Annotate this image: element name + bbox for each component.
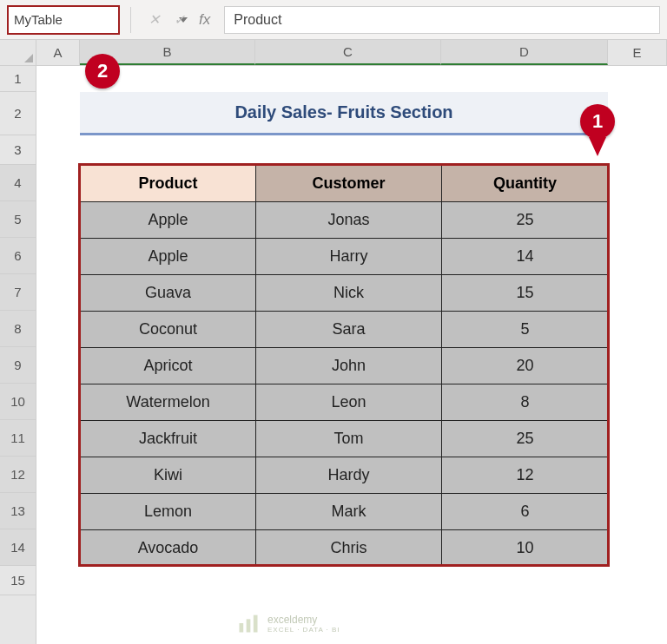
data-table: Product Customer Quantity AppleJonas25Ap… [80, 165, 609, 567]
row-header-9[interactable]: 9 [0, 347, 36, 384]
cell-quantity[interactable]: 5 [442, 312, 609, 348]
table-row: AvocadoChris10 [81, 530, 609, 567]
cell-customer[interactable]: Sara [256, 312, 442, 348]
cell-customer[interactable]: Chris [256, 530, 442, 567]
title-cell[interactable]: Daily Sales- Fruits Section [80, 92, 608, 135]
cell-quantity[interactable]: 25 [442, 421, 609, 457]
row-header-11[interactable]: 11 [0, 420, 36, 457]
header-quantity[interactable]: Quantity [442, 166, 609, 202]
cell-customer[interactable]: Harry [256, 239, 442, 275]
cell-product[interactable]: Apricot [81, 348, 256, 384]
table-header-row: Product Customer Quantity [81, 166, 609, 202]
table-row: KiwiHardy12 [81, 457, 609, 494]
row-header-2[interactable]: 2 [0, 92, 36, 135]
name-box[interactable] [7, 5, 120, 35]
watermark-brand: exceldemy [267, 614, 340, 626]
table-row: AppleHarry14 [81, 239, 609, 275]
cell-quantity[interactable]: 12 [442, 457, 609, 494]
row-header-14[interactable]: 14 [0, 529, 36, 566]
header-customer[interactable]: Customer [256, 166, 442, 202]
spreadsheet-grid: A B C D E 1 2 3 4 5 6 7 8 9 10 11 12 13 … [0, 40, 667, 644]
cell-customer[interactable]: Tom [256, 421, 442, 457]
table-row: CoconutSara5 [81, 312, 609, 348]
row-header-5[interactable]: 5 [0, 201, 36, 238]
formula-input[interactable] [224, 6, 660, 34]
row-header-6[interactable]: 6 [0, 238, 36, 274]
cell-product[interactable]: Avocado [81, 530, 256, 567]
row-header-8[interactable]: 8 [0, 311, 36, 347]
cell-customer[interactable]: Mark [256, 494, 442, 530]
col-header-A[interactable]: A [36, 40, 80, 65]
col-header-E[interactable]: E [608, 40, 667, 65]
fx-icon[interactable]: fx [192, 11, 217, 29]
row-header-12[interactable]: 12 [0, 457, 36, 493]
cell-product[interactable]: Apple [81, 239, 256, 275]
cancel-icon[interactable]: ✕ [142, 11, 167, 28]
cell-quantity[interactable]: 10 [442, 530, 609, 567]
col-header-D[interactable]: D [441, 40, 608, 65]
row-headers: 1 2 3 4 5 6 7 8 9 10 11 12 13 14 15 [0, 66, 36, 644]
cell-product[interactable]: Guava [81, 275, 256, 312]
col-header-C[interactable]: C [255, 40, 441, 65]
select-all-corner[interactable] [0, 40, 36, 65]
cell-customer[interactable]: Nick [256, 275, 442, 312]
enter-icon[interactable]: ✓ [167, 11, 192, 28]
cell-product[interactable]: Jackfruit [81, 421, 256, 457]
cell-customer[interactable]: Hardy [256, 457, 442, 494]
table-row: JackfruitTom25 [81, 421, 609, 457]
cell-quantity[interactable]: 6 [442, 494, 609, 530]
separator [130, 7, 131, 33]
table-row: WatermelonLeon8 [81, 384, 609, 421]
callout-1: 1 [580, 104, 615, 139]
watermark: exceldemy EXCEL · DATA · BI [236, 611, 340, 635]
cell-customer[interactable]: Leon [256, 384, 442, 421]
row-header-1[interactable]: 1 [0, 66, 36, 92]
svg-rect-0 [240, 623, 244, 633]
table-row: LemonMark6 [81, 494, 609, 530]
cell-quantity[interactable]: 8 [442, 384, 609, 421]
callout-2: 2 [85, 54, 120, 89]
row-header-4[interactable]: 4 [0, 165, 36, 201]
logo-icon [236, 611, 261, 635]
row-header-10[interactable]: 10 [0, 384, 36, 420]
table-row: ApricotJohn20 [81, 348, 609, 384]
cell-quantity[interactable]: 14 [442, 239, 609, 275]
cell-customer[interactable]: Jonas [256, 202, 442, 239]
row-header-13[interactable]: 13 [0, 493, 36, 529]
cell-quantity[interactable]: 25 [442, 202, 609, 239]
cell-quantity[interactable]: 15 [442, 275, 609, 312]
formula-bar: ✕ ✓ fx [0, 0, 667, 40]
row-header-15[interactable]: 15 [0, 566, 36, 595]
header-product[interactable]: Product [81, 166, 256, 202]
table-row: GuavaNick15 [81, 275, 609, 312]
watermark-tagline: EXCEL · DATA · BI [267, 626, 340, 634]
row-header-7[interactable]: 7 [0, 274, 36, 311]
cell-product[interactable]: Apple [81, 202, 256, 239]
cell-product[interactable]: Kiwi [81, 457, 256, 494]
row-header-3[interactable]: 3 [0, 135, 36, 165]
cell-product[interactable]: Watermelon [81, 384, 256, 421]
cell-product[interactable]: Lemon [81, 494, 256, 530]
sheet-area[interactable]: 2 1 Daily Sales- Fruits Section Product … [36, 66, 667, 644]
cell-customer[interactable]: John [256, 348, 442, 384]
svg-rect-2 [254, 615, 258, 633]
svg-rect-1 [247, 619, 251, 632]
cell-quantity[interactable]: 20 [442, 348, 609, 384]
table-row: AppleJonas25 [81, 202, 609, 239]
cell-product[interactable]: Coconut [81, 312, 256, 348]
